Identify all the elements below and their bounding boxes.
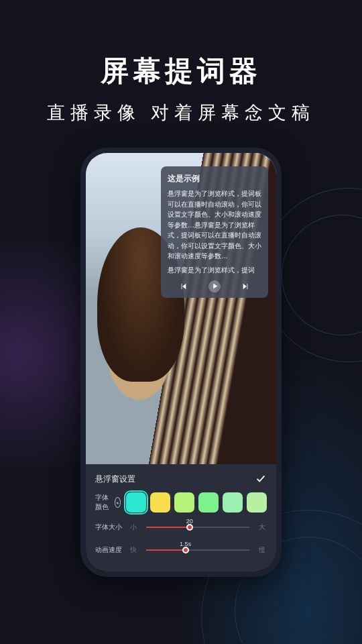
color-swatch[interactable] — [223, 492, 243, 513]
color-swatch[interactable] — [150, 492, 170, 513]
slider-thumb[interactable] — [186, 524, 193, 531]
settings-panel: 悬浮窗设置 字体颜色 字体大小 小 20 — [86, 464, 276, 572]
color-swatch[interactable] — [247, 492, 267, 513]
color-swatch[interactable] — [174, 492, 194, 513]
color-swatch[interactable] — [126, 492, 146, 513]
page-title: 屏幕提词器 — [0, 52, 362, 90]
next-icon[interactable] — [241, 282, 250, 291]
font-size-min-label: 小 — [129, 523, 138, 532]
font-color-label: 字体颜色 — [95, 493, 109, 512]
teleprompter-panel[interactable]: 这是示例 悬浮窗是为了浏览样式，提词板可以在直播时自动滚动，你可以设置文字颜色、… — [161, 166, 268, 298]
teleprompter-title: 这是示例 — [168, 173, 261, 184]
play-icon[interactable] — [208, 280, 221, 292]
phone-mockup: 这是示例 悬浮窗是为了浏览样式，提词板可以在直播时自动滚动，你可以设置文字颜色、… — [80, 148, 282, 577]
teleprompter-tail: 悬浮窗是为了浏览样式，提词 — [168, 266, 261, 275]
slider-thumb[interactable] — [182, 547, 189, 553]
prev-icon[interactable] — [179, 282, 188, 291]
settings-title: 悬浮窗设置 — [95, 474, 135, 485]
background-photo: 这是示例 悬浮窗是为了浏览样式，提词板可以在直播时自动滚动，你可以设置文字颜色、… — [86, 153, 276, 464]
font-size-slider[interactable]: 20 — [143, 519, 252, 535]
page-subtitle: 直播录像 对着屏幕念文稿 — [0, 101, 362, 125]
confirm-icon[interactable] — [255, 472, 267, 486]
speed-slider[interactable]: 1.5s — [143, 542, 252, 558]
color-swatch[interactable] — [198, 492, 219, 513]
speed-row: 动画速度 快 1.5s 慢 — [95, 542, 267, 558]
speed-label: 动画速度 — [95, 545, 123, 555]
speed-max-label: 慢 — [257, 545, 267, 555]
font-size-max-label: 大 — [257, 523, 267, 532]
color-swatches — [126, 492, 267, 513]
no-color-icon[interactable] — [115, 497, 121, 508]
font-size-row: 字体大小 小 20 大 — [95, 519, 267, 535]
font-size-label: 字体大小 — [95, 523, 123, 532]
teleprompter-body: 悬浮窗是为了浏览样式，提词板可以在直播时自动滚动，你可以设置文字颜色、大小和滚动… — [168, 189, 261, 262]
speed-min-label: 快 — [129, 545, 138, 555]
font-color-row: 字体颜色 — [95, 492, 267, 513]
